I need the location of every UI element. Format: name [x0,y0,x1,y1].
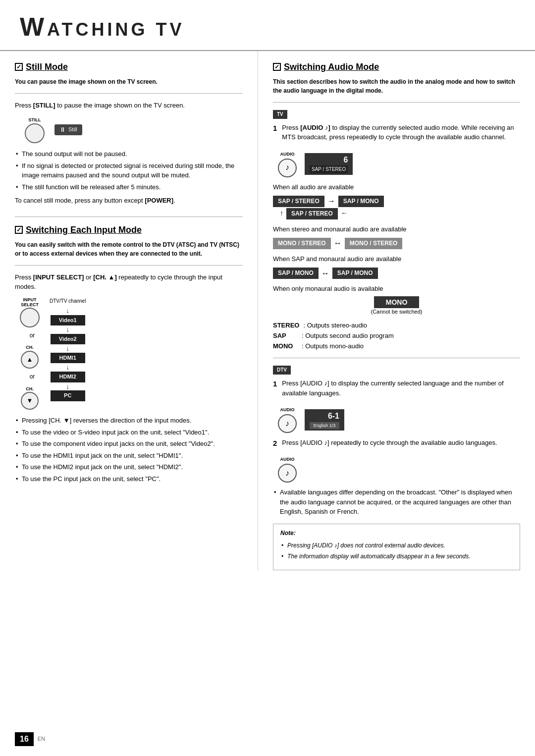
input-bullet-3: To use the HDMI1 input jack on the unit,… [15,451,243,461]
flow4-tag: MONO [374,296,420,308]
flow3-arrow: ↔ [321,268,329,279]
audio-divider [273,102,520,103]
dtv-audio-diagram: AUDIO ♪ 6-1 English 1/3 [278,407,520,433]
dtv-audio-btn-wrap2: AUDIO ♪ [278,456,297,483]
when-mono-text: When only monaural audio is available [273,284,520,294]
input-bullet-1: To use the video or S-video input jack o… [15,428,243,437]
flow2-tag2: MONO / STEREO [345,238,403,249]
main-columns: Still Mode You can pause the image shown… [0,51,535,571]
flow4-block: MONO (Cannot be switched) [273,298,520,316]
flow1-return-arrow2: ← [341,209,348,218]
dtv-step1-num: 1 [273,378,277,389]
still-cancel-text: To cancel still mode, press any button e… [15,196,243,206]
still-mode-subtitle: You can pause the image shown on the TV … [15,77,243,86]
def-sap-term: SAP [273,331,298,340]
input-divider [15,265,243,266]
still-body1: Press [STILL] to pause the image shown o… [15,101,243,110]
still-mode-label: Still Mode [26,61,68,73]
still-bullets: The sound output will not be paused. If … [15,149,243,192]
switching-input-subtitle: You can easily switch with the remote co… [15,240,243,258]
dtv-audio-display: 6-1 English 1/3 [305,409,344,431]
flow1-return-arrow: ↑ [280,209,283,218]
flow2-arrow: ↔ [334,238,342,249]
ch-up-label: CH. [26,344,34,351]
audio-defs: STEREO : Outputs stereo-audio SAP : Outp… [273,321,520,351]
switching-audio-section: Switching Audio Mode This section descri… [273,61,520,571]
audio-note-icon: ♪ [285,162,289,173]
switching-input-checkbox-icon [15,226,23,234]
still-btn-label: STILL [29,117,41,123]
tv-badge: TV [273,110,287,119]
flow1-arrow1: → [327,196,335,207]
note-bullet-0: Pressing [AUDIO ♪] does not control exte… [280,541,513,550]
dtv-step2-bullets: Available languages differ depending on … [273,487,520,517]
channel-arrow-4: ↓ [66,382,69,391]
dtv-audio-note-icon: ♪ [285,418,289,429]
def-mono: MONO : Outputs mono-audio [273,342,520,351]
audio-btn-wrap: AUDIO ♪ [278,151,297,177]
dtv-audio-label: AUDIO [280,407,295,413]
left-column: Still Mode You can pause the image shown… [15,51,243,571]
dtv-step2-num: 2 [273,438,277,448]
def-mono-def: : Outputs mono-audio [302,342,364,351]
switching-input-section: Switching Each Input Mode You can easily… [15,224,243,484]
switching-input-label: Switching Each Input Mode [26,224,142,236]
switching-audio-label: Switching Audio Mode [284,61,379,73]
page-title: WATCHING TV [20,9,515,45]
channel-arrow-1: ↓ [66,325,69,334]
input-bullet-0: Pressing [CH. ▼] reverses the direction … [15,416,243,426]
tv-step1-text: Press [AUDIO ♪] to display the currently… [282,123,520,142]
pause-icon: ⏸ [59,125,66,134]
input-diagram: INPUTSELECT or CH. ▲ or CH. ▼ [20,298,243,410]
page-header: WATCHING TV [0,0,535,51]
dtv-divider [273,358,520,358]
flow1-tag3: SAP / STEREO [286,208,338,219]
input-bullet-2: To use the component video input jacks o… [15,439,243,449]
note-bullets: Pressing [AUDIO ♪] does not control exte… [280,541,513,561]
flow2-tag1: MONO / STEREO [273,238,331,249]
still-mode-title: Still Mode [15,61,243,73]
input-body1: Press [INPUT SELECT] or [CH. ▲] repeated… [15,272,243,292]
input-bullet-5: To use the PC input jack on the unit, se… [15,474,243,484]
switching-audio-title: Switching Audio Mode [273,61,520,73]
page-lang: EN [38,735,45,743]
audio-display-num: 6 [310,155,348,165]
audio-display-sub: SAP / STEREO [310,165,348,173]
still-diagram: STILL ⏸ Still [25,116,243,143]
channel-arrow-0: ↓ [66,307,69,315]
ch-down-btn: ▼ [21,392,39,410]
input-bullet-4: To use the HDMI2 input jack on the unit,… [15,462,243,472]
flow1-tag2: SAP / MONO [338,196,384,207]
input-btn-group: INPUTSELECT or CH. ▲ or CH. ▼ [20,298,40,410]
channel-pc: PC [51,390,85,401]
flow4-sub: (Cannot be switched) [273,308,520,316]
audio-label: AUDIO [280,151,295,158]
page: WATCHING TV Still Mode You can pause the… [0,0,535,756]
ch-up-btn: ▲ [21,351,39,369]
input-select-label: INPUTSELECT [21,298,39,308]
flow3-line: SAP / MONO ↔ SAP / MONO [273,268,520,279]
right-column: Switching Audio Mode This section descri… [258,51,520,571]
channel-hdmi2: HDMI2 [51,372,85,382]
still-btn-wrap: STILL [25,116,45,143]
ch-down-label: CH. [26,386,34,392]
dtv-step1-row: 1 Press [AUDIO ♪] to display the current… [273,378,520,402]
dtv-audio-note-icon2: ♪ [285,468,289,479]
page-footer: 16 EN [15,732,45,746]
input-bullets: Pressing [CH. ▼] reverses the direction … [15,416,243,484]
input-or-2: or [20,373,40,381]
channel-arrow-2: ↓ [66,344,69,353]
when-all-text: When all audio are available [273,182,520,192]
dtv-audio-circle: ♪ [278,414,297,433]
dtv-display-num: 6-1 [310,411,339,422]
tv-audio-diagram: AUDIO ♪ 6 SAP / STEREO [278,151,520,177]
channel-arrow-3: ↓ [66,363,69,372]
still-display-label: Still [68,126,77,133]
channel-top-label: DTV/TV channel [50,298,86,305]
page-number: 16 [15,732,34,746]
dtv-audio-diagram2: AUDIO ♪ [278,456,520,483]
switching-audio-subtitle: This section describes how to switch the… [273,77,520,95]
dtv-bullet-0: Available languages differ depending on … [273,487,520,517]
still-mode-section: Still Mode You can pause the image shown… [15,61,243,217]
still-bullet-3: The still function will be released afte… [15,182,243,192]
